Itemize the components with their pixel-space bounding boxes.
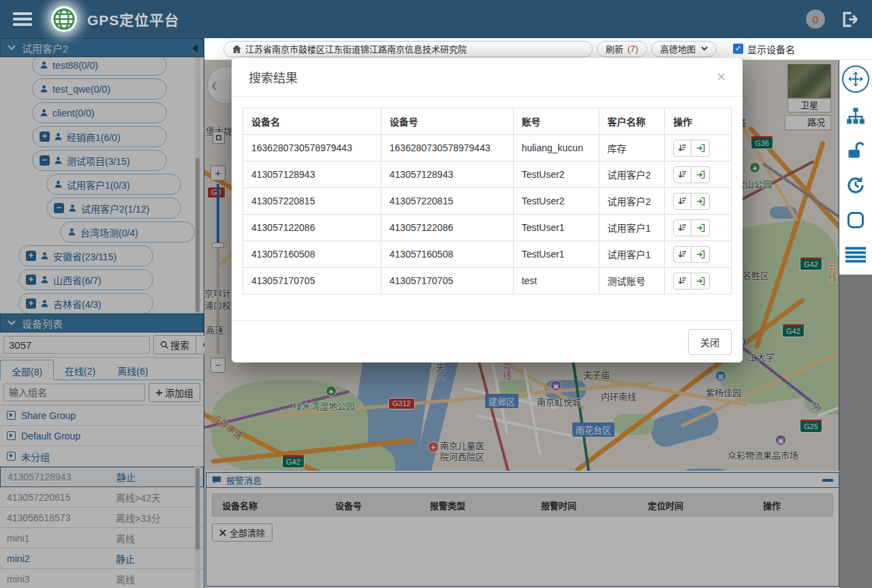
enter-client-button[interactable] (691, 140, 710, 157)
logout-icon[interactable] (841, 11, 860, 28)
cell-device-number: 413057128943 (381, 161, 513, 188)
hierarchy-icon[interactable] (844, 104, 867, 127)
enter-client-button[interactable] (691, 193, 710, 210)
address-bar[interactable]: 江苏省南京市鼓楼区江东街道锦江路南京信息技术研究院 (223, 41, 593, 57)
address-text: 江苏省南京市鼓楼区江东街道锦江路南京信息技术研究院 (245, 42, 467, 55)
col-device-number: 设备号 (381, 108, 513, 135)
history-icon[interactable] (844, 174, 867, 197)
map-refresh-button[interactable]: 刷新(7) (597, 41, 647, 57)
map-toolbar: 江苏省南京市鼓楼区江东街道锦江路南京信息技术研究院 刷新(7) 高德地图 ✓ 显… (204, 38, 872, 60)
table-row: 413057220815 413057220815 TestUser2 试用客户… (243, 188, 732, 215)
cell-device-name: 413057160508 (243, 241, 382, 268)
track-list-button[interactable] (673, 246, 691, 263)
search-result-modal: 搜索结果 × 设备名 设备号 账号 客户名称 操作 16362807305789… (232, 58, 743, 362)
sort-list-icon (678, 223, 687, 232)
show-device-name-checkbox[interactable]: ✓ 显示设备名 (733, 42, 795, 56)
table-row: 413057128943 413057128943 TestUser2 试用客户… (243, 161, 732, 188)
col-actions: 操作 (665, 108, 732, 135)
cell-account: TestUser1 (513, 215, 599, 241)
cell-device-name: 1636280730578979443 (243, 135, 382, 161)
rectangle-select-icon[interactable] (844, 208, 867, 232)
sign-in-icon (696, 144, 705, 153)
cell-account: test (513, 268, 599, 294)
chevron-down-icon (701, 46, 708, 51)
cell-device-name: 413057220815 (243, 188, 382, 215)
sign-in-icon (696, 197, 705, 206)
modal-close-button[interactable]: 关闭 (688, 329, 732, 355)
cell-account: huliang_kucun (513, 135, 599, 161)
sign-in-icon (696, 277, 705, 285)
checkbox-checked-icon[interactable]: ✓ (733, 44, 743, 54)
col-client-name: 客户名称 (599, 108, 665, 135)
cell-device-name: 413057122086 (243, 215, 382, 241)
home-icon (232, 45, 241, 53)
cell-account: TestUser2 (513, 188, 599, 215)
cell-device-number: 413057170705 (381, 268, 513, 294)
map-tool-rail (839, 60, 872, 275)
cell-client-name: 试用客户2 (599, 188, 665, 215)
cell-client-name: 试用客户2 (599, 161, 665, 188)
modal-title: 搜索结果 (249, 68, 717, 86)
message-count-badge[interactable]: 0 (806, 10, 825, 29)
cell-client-name: 测试账号 (599, 268, 665, 294)
cell-device-name: 413057170705 (243, 268, 382, 294)
track-list-button[interactable] (673, 140, 691, 157)
sort-list-icon (678, 170, 687, 179)
pan-tool-icon[interactable] (842, 65, 869, 93)
app-title: GPS定位平台 (87, 9, 179, 29)
table-row: 413057160508 413057160508 TestUser1 试用客户… (243, 241, 732, 268)
track-list-button[interactable] (673, 219, 691, 236)
app-logo-globe-icon (51, 6, 77, 32)
sort-list-icon (678, 277, 687, 285)
cell-device-number: 413057122086 (381, 215, 513, 241)
sort-list-icon (678, 144, 687, 153)
cell-account: TestUser2 (513, 161, 599, 188)
top-navbar: GPS定位平台 0 (0, 0, 872, 38)
table-row: 1636280730578979443 1636280730578979443 … (243, 135, 732, 161)
cell-device-name: 413057128943 (243, 161, 382, 188)
modal-backdrop[interactable] (839, 275, 872, 588)
list-icon[interactable] (844, 243, 867, 266)
cell-client-name: 试用客户1 (599, 241, 665, 268)
col-account: 账号 (513, 108, 599, 135)
table-row: 413057122086 413057122086 TestUser1 试用客户… (243, 215, 732, 241)
sign-in-icon (696, 170, 705, 179)
sign-in-icon (696, 223, 705, 232)
modal-close-icon[interactable]: × (717, 70, 726, 84)
menu-hamburger-icon[interactable] (13, 12, 32, 26)
sign-in-icon (696, 250, 705, 259)
map-provider-select[interactable]: 高德地图 (651, 41, 717, 57)
refresh-count: (7) (627, 44, 638, 54)
table-header-row: 设备名 设备号 账号 客户名称 操作 (243, 108, 732, 135)
cell-client-name: 库存 (599, 135, 665, 161)
cell-device-number: 413057160508 (381, 241, 513, 268)
unlock-icon[interactable] (844, 139, 867, 162)
cell-device-number: 1636280730578979443 (381, 135, 513, 161)
col-device-name: 设备名 (243, 108, 382, 135)
track-list-button[interactable] (673, 193, 691, 210)
enter-client-button[interactable] (691, 219, 710, 236)
track-list-button[interactable] (673, 166, 691, 183)
modal-backdrop[interactable] (0, 38, 204, 588)
sort-list-icon (678, 250, 687, 259)
track-list-button[interactable] (673, 273, 691, 290)
cell-client-name: 试用客户1 (599, 215, 665, 241)
show-device-name-label: 显示设备名 (747, 42, 795, 56)
cell-device-number: 413057220815 (381, 188, 513, 215)
enter-client-button[interactable] (691, 166, 710, 183)
enter-client-button[interactable] (691, 273, 710, 290)
table-row: 413057170705 413057170705 test 测试账号 (243, 268, 732, 294)
enter-client-button[interactable] (691, 246, 710, 263)
cell-account: TestUser1 (513, 241, 599, 268)
search-result-table: 设备名 设备号 账号 客户名称 操作 1636280730578979443 1… (243, 108, 732, 294)
sort-list-icon (678, 197, 687, 206)
